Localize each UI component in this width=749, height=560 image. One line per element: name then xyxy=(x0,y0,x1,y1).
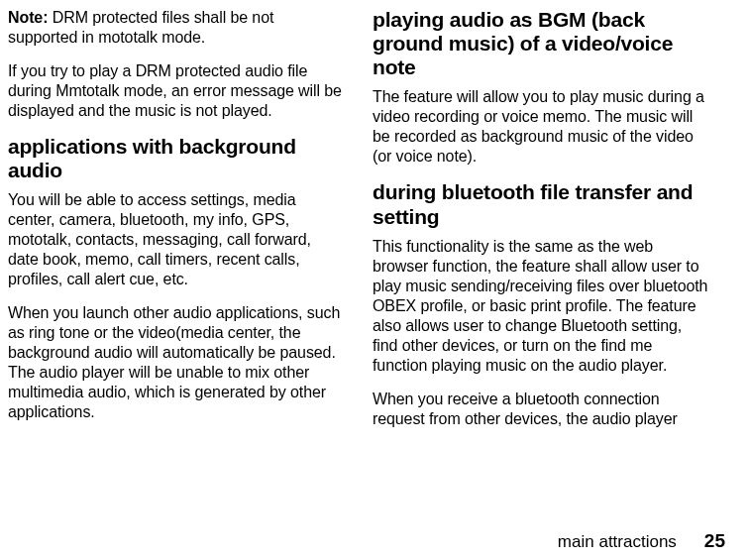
note-paragraph: Note: DRM protected files shall be not s… xyxy=(8,8,345,48)
drm-paragraph: If you try to play a DRM protected audio… xyxy=(8,61,345,121)
page: Note: DRM protected files shall be not s… xyxy=(0,0,749,560)
bt-paragraph-1: This functionality is the same as the we… xyxy=(373,237,709,376)
left-column: Note: DRM protected files shall be not s… xyxy=(8,8,345,524)
heading-bluetooth: during bluetooth file transfer and setti… xyxy=(373,180,709,228)
heading-applications-background-audio: applications with background audio xyxy=(8,135,345,182)
apps-paragraph-1: You will be able to access settings, med… xyxy=(8,190,345,289)
heading-bgm: playing audio as BGM (back ground music)… xyxy=(373,8,709,79)
columns: Note: DRM protected files shall be not s… xyxy=(8,8,729,524)
bt-paragraph-2: When you receive a bluetooth connection … xyxy=(373,390,709,429)
note-label: Note: xyxy=(8,9,48,26)
page-footer: main attractions 25 xyxy=(8,524,729,552)
footer-section-label: main attractions xyxy=(558,532,677,552)
page-number: 25 xyxy=(704,530,725,552)
right-column: playing audio as BGM (back ground music)… xyxy=(373,8,709,524)
note-body: DRM protected files shall be not support… xyxy=(8,9,273,46)
bgm-paragraph: The feature will allow you to play music… xyxy=(373,87,709,167)
apps-paragraph-2: When you launch other audio applications… xyxy=(8,303,345,422)
